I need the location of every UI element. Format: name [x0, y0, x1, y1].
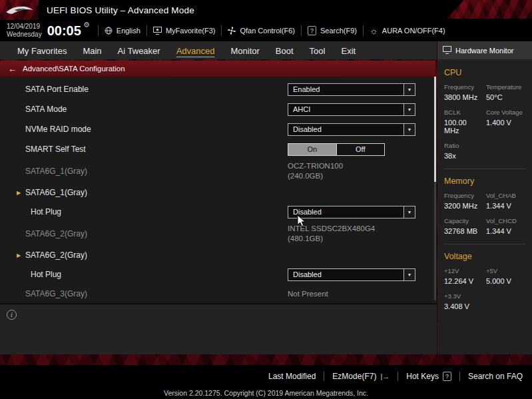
divider [324, 372, 324, 381]
memory-stats: Frequency 3200 MHz Vol_CHAB 1.344 V Capa… [444, 192, 525, 242]
drive-model: OCZ-TRION100 [288, 161, 343, 171]
drive-info-row: SATA6G_3(Gray) Not Present [0, 284, 437, 303]
smart-self-test-toggle[interactable]: On Off [288, 143, 385, 156]
search-label: Search(F9) [320, 27, 357, 35]
divider [363, 25, 364, 36]
dropdown-value: Disabled [288, 125, 403, 133]
setting-row: Hot Plug Disabled ▼ [0, 202, 437, 222]
ezmode-button[interactable]: EzMode(F7) |→ [332, 372, 390, 381]
chevron-down-icon: ▼ [403, 104, 415, 115]
bios-screen: { "titlebar": { "title": "UEFI BIOS Util… [0, 0, 532, 399]
search-icon: ? [308, 26, 316, 35]
stat-mem-capacity: Capacity 32768 MB [444, 217, 483, 235]
stat-cpu-core-voltage: Core Voltage 1.400 V [486, 109, 525, 135]
sata-mode-dropdown[interactable]: AHCI ▼ [288, 103, 415, 116]
hardware-monitor-body: CPU Frequency 3800 MHz Temperature 50°C … [437, 59, 532, 318]
myfavorite-button[interactable]: MyFavorite(F3) [153, 27, 216, 35]
expand-arrow-icon: ▶ [17, 190, 25, 196]
hot-keys-question-icon: ? [443, 372, 451, 381]
time-text: 00:05 [47, 23, 81, 38]
setting-row: SMART Self Test On Off [0, 139, 437, 159]
dropdown-value: Enabled [288, 85, 403, 93]
setting-row: SATA Port Enable Enabled ▼ [0, 79, 437, 99]
date-display: 12/04/2019 Wednesday [7, 23, 42, 39]
tab-boot[interactable]: Boot [268, 43, 302, 59]
chevron-down-icon: ▼ [403, 124, 415, 135]
myfavorite-label: MyFavorite(F3) [166, 27, 216, 35]
setting-row: Hot Plug Disabled ▼ [0, 264, 437, 284]
stat-mem-vol-chcd: Vol_CHCD 1.344 V [486, 217, 525, 235]
breadcrumb: ← Advanced\SATA Configuration [0, 61, 435, 77]
stat-3v3: +3.3V 3.408 V [444, 292, 483, 310]
setting-label: SATA6G_1(Gray) [25, 188, 288, 197]
help-info-panel: i [0, 303, 437, 354]
drive-info-row: SATA6G_1(Gray) OCZ-TRION100 (240.0GB) [0, 159, 437, 183]
info-icon: i [7, 310, 17, 320]
language-button[interactable]: English [105, 27, 140, 35]
setting-row: SATA Mode AHCI ▼ [0, 99, 437, 119]
back-arrow-icon[interactable]: ← [8, 64, 17, 74]
clock-settings-gear-icon[interactable]: ⚙ [83, 21, 90, 29]
divider [444, 244, 525, 244]
hardware-monitor-panel: Hardware Monitor CPU Frequency 3800 MHz … [437, 41, 532, 354]
divider [146, 25, 147, 36]
search-button[interactable]: ? Search(F9) [308, 26, 357, 35]
setting-label: SATA Mode [25, 105, 288, 114]
stat-5v: +5V 5.000 V [486, 267, 525, 285]
footer-bar: Last Modified EzMode(F7) |→ Hot Keys ? S… [0, 365, 532, 387]
qfan-label: Qfan Control(F6) [240, 27, 295, 35]
setting-label: NVMe RAID mode [25, 125, 288, 134]
settings-list: SATA Port Enable Enabled ▼ SATA Mode AHC… [0, 77, 437, 303]
divider [221, 25, 222, 36]
divider [301, 25, 302, 36]
aura-label: AURA ON/OFF(F4) [382, 27, 445, 35]
menu-bar: My Favorites Main Ai Tweaker Advanced Mo… [0, 41, 437, 59]
language-label: English [117, 27, 140, 35]
main-column: My Favorites Main Ai Tweaker Advanced Mo… [0, 41, 437, 365]
toggle-off[interactable]: Off [336, 144, 385, 155]
content-area: My Favorites Main Ai Tweaker Advanced Mo… [0, 41, 532, 365]
voltage-stats: +12V 12.264 V +5V 5.000 V +3.3V 3.408 V [444, 267, 525, 318]
tab-my-favorites[interactable]: My Favorites [9, 43, 75, 59]
fan-icon [228, 27, 236, 35]
tab-tool[interactable]: Tool [302, 43, 334, 59]
drive-port-label: SATA6G_1(Gray) [25, 167, 288, 176]
drive-size: (480.1GB) [288, 234, 375, 244]
hot-plug-dropdown-2[interactable]: Disabled ▼ [288, 268, 415, 281]
sata-port-enable-dropdown[interactable]: Enabled ▼ [288, 83, 415, 96]
aura-button[interactable]: ☼ AURA ON/OFF(F4) [370, 26, 445, 35]
divider [398, 372, 398, 381]
hot-plug-dropdown-1[interactable]: Disabled ▼ [288, 206, 415, 218]
stat-12v: +12V 12.264 V [444, 267, 483, 285]
search-on-faq-button[interactable]: Search on FAQ [468, 372, 523, 381]
aura-icon: ☼ [370, 26, 378, 35]
toolbar: 12/04/2019 Wednesday 00:05 ⚙ English MyF… [0, 20, 532, 41]
tab-exit[interactable]: Exit [333, 43, 364, 59]
scrollbar-thumb[interactable] [434, 77, 436, 182]
tab-advanced[interactable]: Advanced [168, 43, 223, 59]
expandable-row-sata6g1[interactable]: ▶ SATA6G_1(Gray) [0, 183, 437, 202]
dropdown-value: Disabled [288, 270, 403, 278]
tab-main[interactable]: Main [75, 43, 109, 59]
weekday-text: Wednesday [7, 31, 42, 39]
expandable-row-sata6g2[interactable]: ▶ SATA6G_2(Gray) [0, 246, 437, 264]
qfan-button[interactable]: Qfan Control(F6) [228, 27, 295, 35]
nvme-raid-mode-dropdown[interactable]: Disabled ▼ [288, 123, 415, 136]
setting-label: Hot Plug [25, 207, 288, 216]
setting-label: SATA6G_2(Gray) [25, 250, 288, 260]
setting-row: NVMe RAID mode Disabled ▼ [0, 119, 437, 139]
toggle-on[interactable]: On [288, 144, 336, 155]
tab-ai-tweaker[interactable]: Ai Tweaker [110, 43, 168, 59]
setting-label: Hot Plug [25, 270, 288, 279]
stat-mem-vol-chab: Vol_CHAB 1.344 V [486, 192, 525, 210]
expand-arrow-icon: ▶ [17, 252, 25, 258]
hot-keys-button[interactable]: Hot Keys ? [406, 372, 451, 381]
last-modified-button[interactable]: Last Modified [268, 372, 316, 381]
ezmode-exit-icon: |→ [380, 372, 390, 380]
date-text: 12/04/2019 [7, 23, 42, 31]
chevron-down-icon: ▼ [403, 206, 415, 218]
tab-monitor[interactable]: Monitor [223, 43, 268, 59]
stat-cpu-frequency: Frequency 3800 MHz [444, 83, 483, 101]
drive-info: OCZ-TRION100 (240.0GB) [288, 161, 343, 181]
scrollbar-track [434, 77, 436, 300]
